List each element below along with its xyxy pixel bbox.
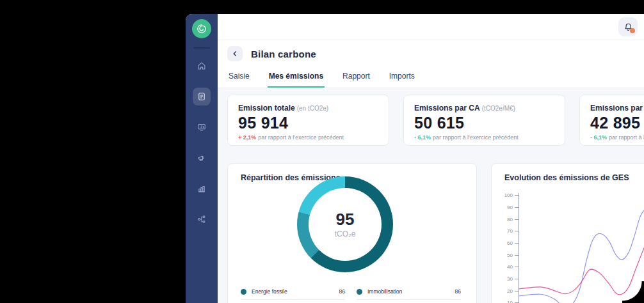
donut-chart[interactable]: 95 tCO₂e (297, 176, 393, 272)
donut-total-value: 95 (336, 211, 355, 228)
hierarchy-icon (197, 215, 206, 224)
stat-delta-value: - 6,1% (414, 134, 431, 141)
sidebar-divider (193, 47, 210, 49)
charts-row: Répartition des émissions 95 tCO₂e Energ… (227, 163, 644, 303)
legend-label: Immobilisation (367, 288, 402, 295)
sidebar (186, 14, 218, 303)
legend-item-immobilisation[interactable]: Immobilisation 86 (357, 284, 461, 300)
sidebar-item-home[interactable] (193, 57, 211, 75)
line-chart-title: Evolution des émissions de GES (504, 173, 644, 182)
tab-saisie[interactable]: Saisie (227, 68, 251, 88)
donut-legend: Energie fossile 86 Immobilisation 86 Éle… (241, 284, 461, 303)
legend-item-electricite[interactable]: Électricité 86 (241, 300, 345, 303)
y-tick-70: 70 (507, 228, 519, 234)
evolution-panel: Evolution des émissions de GES 100908070… (491, 163, 644, 303)
y-axis-ticks: 100908070605040302010 (492, 193, 519, 303)
sidebar-item-dashboard[interactable] (193, 118, 211, 136)
legend-label: Energie fossile (252, 288, 287, 295)
legend-dot-icon (357, 289, 362, 295)
tab-imports[interactable]: Imports (388, 68, 416, 88)
stat-title: Emissions par CA(tCO2e/M€) (414, 104, 554, 113)
stat-delta: - 6,1%par rapport à l'exercice précédent (414, 134, 554, 141)
tab-rapport[interactable]: Rapport (341, 68, 371, 88)
topbar (218, 14, 644, 40)
stat-unit: (tCO2e/M€) (482, 105, 515, 112)
legend-dot-icon (241, 289, 246, 295)
stat-title: Emission totale(en tCO2e) (238, 104, 378, 113)
stat-card-emissions-par-ca: Emissions par CA(tCO2e/M€) 50 615 - 6,1%… (403, 95, 565, 146)
legend-item-energie-fossile[interactable]: Energie fossile 86 (241, 284, 345, 300)
stat-delta-value: - 6,1% (590, 134, 607, 141)
y-tick-20: 20 (507, 288, 519, 294)
y-tick-90: 90 (507, 205, 519, 210)
app-window: Bilan carbone Saisie Mes émissions Rappo… (186, 14, 644, 303)
stat-delta: + 2,1%par rapport à l'exercice précédent (238, 134, 378, 141)
y-tick-100: 100 (504, 192, 519, 198)
legend-item-dechets[interactable]: Déchets 86 (357, 300, 461, 303)
sidebar-item-announcements[interactable] (193, 149, 211, 167)
stat-card-emissions-par-etp: Emissions par ETP(tCO2e/ETP) 42 895 - 6,… (579, 95, 644, 146)
donut-total-unit: tCO₂e (335, 229, 356, 238)
donut-center: 95 tCO₂e (309, 188, 382, 261)
stat-cards-row: Emission totale(en tCO2e) 95 914 + 2,1%p… (227, 95, 644, 146)
y-tick-30: 30 (507, 276, 519, 282)
y-tick-80: 80 (507, 217, 519, 222)
repartition-panel: Répartition des émissions 95 tCO₂e Energ… (227, 163, 477, 303)
legend-value: 86 (339, 288, 345, 295)
sidebar-nav (193, 57, 211, 228)
document-icon (197, 92, 206, 101)
tab-mes-emissions[interactable]: Mes émissions (268, 68, 325, 88)
home-icon (197, 61, 206, 70)
stat-delta-value: + 2,1% (238, 134, 256, 141)
sidebar-item-analytics[interactable] (193, 180, 211, 198)
stat-unit: (en tCO2e) (297, 105, 328, 112)
y-tick-60: 60 (507, 240, 519, 246)
stat-delta: - 6,1%par rapport à l'exercice précédent (590, 134, 644, 141)
y-tick-50: 50 (507, 252, 519, 258)
app-logo[interactable] (192, 19, 211, 38)
legend-value: 86 (455, 288, 461, 295)
stat-value: 42 895 (590, 114, 644, 132)
page-header: Bilan carbone (218, 40, 644, 65)
tab-bar: Saisie Mes émissions Rapport Imports (218, 65, 644, 88)
chevron-left-icon (231, 50, 239, 58)
stat-title: Emissions par ETP(tCO2e/ETP) (590, 104, 644, 113)
sidebar-item-documents[interactable] (193, 88, 211, 105)
y-tick-10: 10 (507, 300, 519, 303)
monitor-chart-icon (197, 123, 206, 132)
content-area: Emission totale(en tCO2e) 95 914 + 2,1%p… (218, 88, 644, 303)
stat-card-emission-totale: Emission totale(en tCO2e) 95 914 + 2,1%p… (227, 95, 389, 146)
main-area: Bilan carbone Saisie Mes émissions Rappo… (218, 14, 644, 303)
stat-value: 95 914 (238, 114, 378, 132)
sidebar-item-organization[interactable] (193, 210, 211, 228)
corner-notch (622, 281, 644, 303)
notifications-button[interactable] (618, 17, 638, 36)
megaphone-icon (197, 153, 206, 162)
bar-chart-icon (197, 184, 206, 193)
back-button[interactable] (227, 46, 243, 61)
page-title: Bilan carbone (251, 49, 316, 59)
y-tick-40: 40 (507, 264, 519, 270)
notification-badge (630, 28, 635, 33)
logo-spiral-icon (196, 23, 207, 35)
stat-value: 50 615 (414, 114, 554, 132)
